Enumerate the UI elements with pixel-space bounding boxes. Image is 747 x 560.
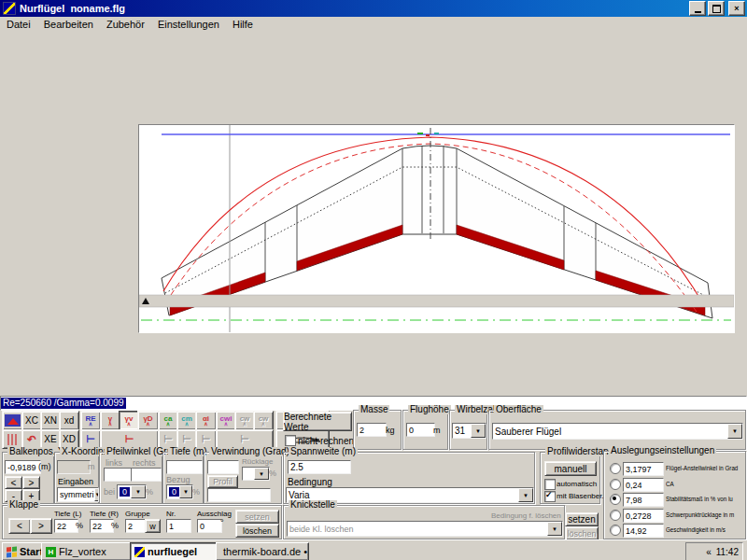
task-thermik-board[interactable]: thermik-board.de •... [216,542,309,560]
bedingung-label: Bedingung [288,477,332,487]
bei-combo[interactable]: 0 ▼ [117,484,147,499]
klappe-next-button[interactable]: > [30,518,52,534]
knickstelle-combo[interactable]: beide Kl. löschen ▼ [287,521,563,537]
menu-hilfe[interactable]: Hilfe [226,19,260,30]
task-nurfluegel[interactable]: nurfluegel [130,542,221,560]
klappe-setzen-button[interactable]: setzen [235,510,279,524]
task-flz-vortex[interactable]: H Flz_vortex [41,542,134,560]
chevron-down-icon[interactable]: ▼ [727,424,742,439]
cw-plot-icon: cw∧ [259,415,269,427]
balkenpos-prev-button[interactable]: < [5,476,22,489]
balkenpos-next-button[interactable]: > [22,476,40,489]
plot-re-button[interactable]: RE∧ [80,411,101,430]
automatisch-label: automatisch [557,480,597,488]
plot-gamma-v-button[interactable]: γv∧ [119,411,139,430]
gruppe-label: Gruppe [125,510,150,518]
spannweite-input[interactable]: 2.5 [288,460,351,474]
manuell-button[interactable]: manuell [544,461,597,476]
geschwindigkeit-input[interactable]: 14,92 [623,524,664,538]
auslegung-row: 0,2728 Schwerpunktrücklage in m [608,509,743,522]
tiefe-l-percent: % [76,521,83,530]
auslegung-row: 14,92 Geschwindigkeit in m/s [608,524,743,537]
radio-geschwindigkeit[interactable] [610,525,621,536]
xd-button[interactable]: xd [59,411,79,430]
tray-icon[interactable]: « [706,547,712,557]
stripes-icon [7,434,19,445]
start-button[interactable]: Start [2,542,45,560]
chevron-down-icon[interactable]: ▼ [547,522,562,536]
menu-einstellungen[interactable]: Einstellungen [151,19,226,30]
pfeilwinkel-rechts-input[interactable] [131,468,162,482]
plot-cwi-button[interactable]: cwi∧ [216,411,236,430]
ca-input[interactable]: 0,24 [623,478,664,492]
flz-vortex-icon: H [46,547,56,557]
menu-zubehoer[interactable]: Zubehör [100,19,151,30]
ca-plot-icon: ca∧ [164,415,173,427]
klappe-loeschen-button[interactable]: löschen [235,524,279,538]
plot-gamma-button[interactable]: γ∧ [100,411,120,430]
close-button[interactable]: × [728,1,745,16]
nicht-rechnen-checkbox[interactable] [285,435,296,446]
klappe-prev-button[interactable]: < [8,518,31,534]
tiefe-group: Tiefe (m) Bezug 0 ▼ % [162,452,204,504]
pfeilwinkel-links-input[interactable] [104,468,134,482]
balkenpos-group: Balkenpos. Y -0,9189 (m) < > - + [2,452,54,504]
chevron-down-icon[interactable]: ▼ [471,424,486,438]
nr-input[interactable]: 1 [166,519,191,533]
radio-ca[interactable] [610,479,621,490]
clock[interactable]: 11:42 [716,547,739,557]
chevron-down-icon[interactable]: ▼ [131,485,146,498]
xn-button[interactable]: XN [40,411,61,430]
xkoordinate-input[interactable] [57,460,91,474]
ausschlag-input[interactable]: 0 [197,519,222,533]
flughoehe-input[interactable]: 0 [406,423,435,437]
wing-view-button[interactable] [2,411,23,430]
wirbelzahl-combo[interactable]: 31 ▼ [452,423,486,439]
profil-button[interactable]: Profil [207,475,238,488]
plot-gamma-d-button[interactable]: γD∧ [137,411,159,430]
plot-cm-button[interactable]: cm∧ [176,411,197,430]
schwerpunkt-input[interactable]: 0,2728 [623,509,664,523]
re-plot-icon: RE∧ [85,415,95,427]
menu-bearbeiten[interactable]: Bearbeiten [37,19,100,30]
plot-cw-button-1[interactable]: cw∧ [234,411,255,430]
oberflaeche-combo[interactable]: Sauberer Flügel ▼ [492,423,743,440]
balkenpos-input[interactable]: -0,9189 [5,460,41,474]
radio-stabilitaetsmass[interactable] [610,494,621,505]
radio-schwerpunkt[interactable] [610,510,621,521]
plot-ca-button[interactable]: ca∧ [158,411,178,430]
chevron-down-icon[interactable]: ▼ [254,468,269,480]
plot-alpha-i-button[interactable]: αi∧ [195,411,217,430]
chevron-down-icon[interactable]: ▼ [179,485,192,498]
plot-cw-button-2[interactable]: cw∧ [253,411,274,430]
cw-plot-icon: cw∧ [240,415,250,427]
eingaben-combo[interactable]: symmetri ▼ [57,487,99,502]
bezug-combo[interactable]: 0 ▼ [166,484,193,499]
blasen-checkbox[interactable] [544,491,556,502]
gruppe-w-button[interactable]: w [145,519,161,533]
wing-drawing-canvas[interactable] [138,124,735,333]
knick-loeschen-button[interactable]: löschen [565,526,599,540]
auslegung-row: 3,1797 Flügel-Anstellwinkel in Grad [608,462,743,475]
auslegung-row: 7,98 Stabilitätsmaß in % von lu [608,493,743,506]
chevron-down-icon[interactable]: ▼ [518,488,533,502]
verwindung-input[interactable] [207,460,239,474]
xc-button[interactable]: XC [21,411,42,430]
taskbar: Start H Flz_vortex nurfluegel thermik-bo… [0,539,747,560]
gamma-v-plot-icon: γv∧ [125,415,134,427]
tiefe-input[interactable] [166,460,203,474]
knick-setzen-button[interactable]: setzen [565,512,599,526]
menu-datei[interactable]: Datei [0,19,37,30]
radio-anstellwinkel[interactable] [610,463,621,474]
automatisch-checkbox[interactable] [544,479,556,490]
minimize-button[interactable] [689,1,706,16]
wing-outline [162,146,712,318]
masse-input[interactable]: 2 [357,423,387,437]
ruecklage-combo[interactable]: ▼ [242,467,270,481]
berechnete-werte-button[interactable]: Berechnete Werte [283,412,352,431]
canvas-splitter-bar[interactable] [139,295,734,307]
stabilitaetsmass-input[interactable]: 7,98 [623,493,664,507]
verwindung-extra-input[interactable] [207,488,271,502]
restore-button[interactable] [708,1,725,16]
anstellwinkel-input[interactable]: 3,1797 [623,462,664,476]
